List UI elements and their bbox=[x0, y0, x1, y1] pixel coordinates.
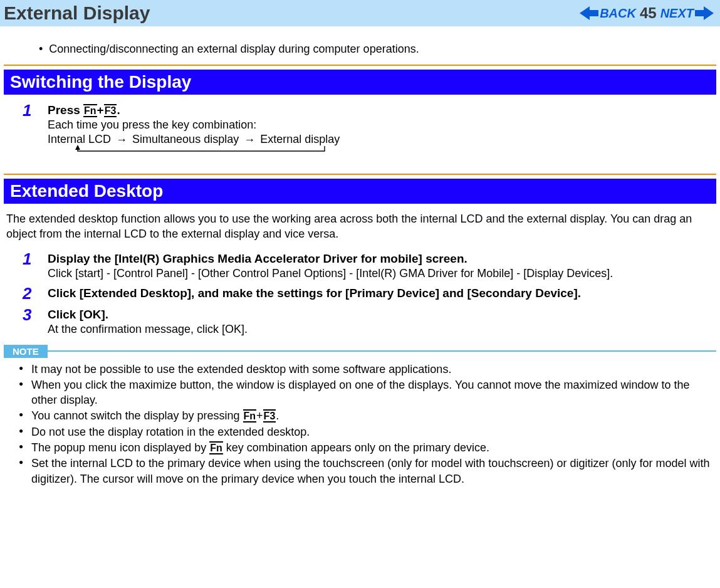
page-number: 45 bbox=[640, 4, 657, 22]
step-sub: Click [start] - [Control Panel] - [Other… bbox=[48, 267, 716, 280]
step-row: 2 Click [Extended Desktop], and make the… bbox=[23, 285, 716, 302]
step-row: 1 Display the [Intel(R) Graphics Media A… bbox=[23, 251, 716, 280]
arrow-left-icon bbox=[580, 6, 598, 20]
keycap-fn: Fn bbox=[83, 104, 97, 117]
content: • Connecting/disconnecting an external d… bbox=[0, 26, 720, 495]
list-item: You cannot switch the display by pressin… bbox=[19, 408, 714, 423]
arrow-right-icon bbox=[695, 6, 714, 20]
plus: + bbox=[97, 103, 104, 117]
text: The popup menu icon displayed by bbox=[31, 441, 209, 454]
text: You cannot switch the display by pressin… bbox=[31, 409, 243, 422]
nav-group: BACK 45 NEXT bbox=[580, 4, 714, 22]
note-list: It may not be possible to use the extend… bbox=[4, 362, 716, 486]
step-number: 1 bbox=[23, 102, 48, 118]
cycle-item: Internal LCD bbox=[48, 133, 111, 146]
intro-text: Connecting/disconnecting an external dis… bbox=[49, 43, 419, 55]
divider bbox=[4, 174, 716, 175]
list-item: Do not use the display rotation in the e… bbox=[19, 424, 714, 439]
step-title: Click [OK]. bbox=[48, 308, 716, 322]
step-sub: At the confirmation message, click [OK]. bbox=[48, 323, 716, 336]
step-title: Click [Extended Desktop], and make the s… bbox=[48, 286, 716, 300]
step-body: Press Fn+F3. Each time you press the key… bbox=[48, 102, 716, 157]
plus: + bbox=[256, 409, 263, 422]
keycap-fn: Fn bbox=[243, 409, 257, 423]
list-item: Set the internal LCD to the primary devi… bbox=[19, 456, 714, 486]
list-item: When you click the maximize button, the … bbox=[19, 377, 714, 408]
svg-marker-0 bbox=[580, 6, 598, 20]
step-body: Click [OK]. At the confirmation message,… bbox=[48, 307, 716, 336]
cycle-row: Internal LCD → Simultaneous display → Ex… bbox=[48, 133, 716, 157]
step-body: Click [Extended Desktop], and make the s… bbox=[48, 285, 716, 300]
list-item: The popup menu icon displayed by Fn key … bbox=[19, 440, 714, 455]
cycle-item: Simultaneous display bbox=[132, 133, 239, 146]
keycap-f3: F3 bbox=[263, 409, 276, 423]
header-bar: External Display BACK 45 NEXT bbox=[0, 0, 720, 26]
next-label: NEXT bbox=[660, 6, 694, 21]
keycap-f3: F3 bbox=[104, 104, 117, 117]
svg-marker-1 bbox=[695, 6, 714, 20]
divider bbox=[4, 65, 716, 66]
text: key combination appears only on the prim… bbox=[223, 441, 489, 454]
step-number: 3 bbox=[23, 307, 48, 323]
step-row: 1 Press Fn+F3. Each time you press the k… bbox=[23, 102, 716, 157]
step-title: Press Fn+F3. bbox=[48, 103, 716, 117]
text: . bbox=[117, 103, 120, 117]
list-item: It may not be possible to use the extend… bbox=[19, 362, 714, 377]
step-sub: Each time you press the key combination: bbox=[48, 118, 716, 132]
note-header: NOTE bbox=[4, 345, 716, 358]
svg-marker-2 bbox=[75, 145, 80, 150]
back-button[interactable]: BACK bbox=[580, 6, 636, 21]
section-heading-extended: Extended Desktop bbox=[4, 179, 716, 204]
intro-bullet: • Connecting/disconnecting an external d… bbox=[4, 26, 716, 65]
next-button[interactable]: NEXT bbox=[660, 6, 714, 21]
section-heading-switching: Switching the Display bbox=[4, 70, 716, 95]
keycap-fn: Fn bbox=[209, 441, 223, 454]
step-title: Display the [Intel(R) Graphics Media Acc… bbox=[48, 252, 716, 266]
back-label: BACK bbox=[600, 6, 636, 21]
note-badge: NOTE bbox=[4, 345, 48, 358]
text: Press bbox=[48, 103, 83, 117]
step-number: 1 bbox=[23, 251, 48, 267]
step-body: Display the [Intel(R) Graphics Media Acc… bbox=[48, 251, 716, 280]
cycle-return-arrow bbox=[48, 146, 716, 157]
section-intro: The extended desktop function allows you… bbox=[6, 211, 714, 242]
note-line bbox=[48, 350, 716, 352]
page-title: External Display bbox=[4, 3, 150, 24]
arrow-right-icon: → bbox=[244, 134, 255, 145]
cycle-item: External display bbox=[260, 133, 340, 146]
step-number: 2 bbox=[23, 285, 48, 302]
step-row: 3 Click [OK]. At the confirmation messag… bbox=[23, 307, 716, 336]
text: . bbox=[276, 409, 279, 422]
arrow-right-icon: → bbox=[116, 134, 127, 145]
